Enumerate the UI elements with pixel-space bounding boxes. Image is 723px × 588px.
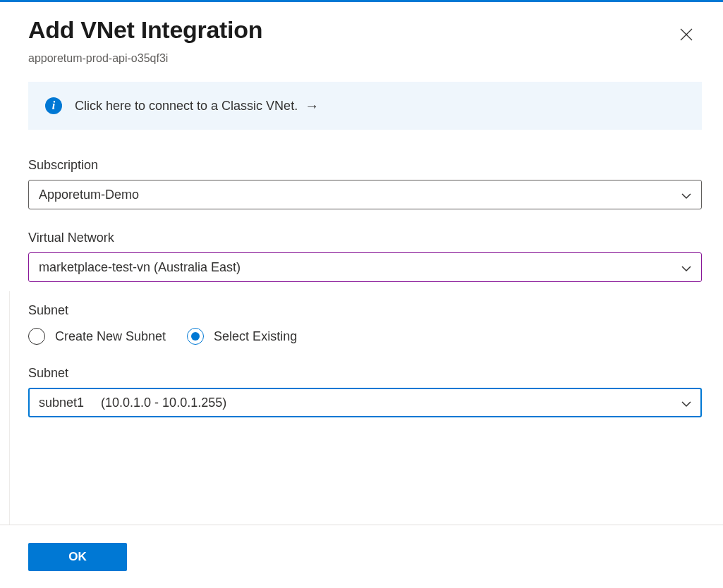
classic-vnet-banner[interactable]: i Click here to connect to a Classic VNe…	[28, 82, 702, 130]
panel-header: Add VNet Integration	[28, 16, 702, 49]
info-icon: i	[45, 97, 62, 114]
chevron-down-icon	[681, 262, 691, 272]
radio-circle-checked	[187, 328, 204, 345]
chevron-down-icon	[681, 398, 691, 408]
radio-create-label: Create New Subnet	[55, 329, 166, 344]
close-button[interactable]	[674, 22, 699, 49]
close-icon	[679, 27, 693, 42]
subscription-label: Subscription	[28, 158, 702, 173]
chevron-down-icon	[681, 190, 691, 200]
panel-subtitle: apporetum-prod-api-o35qf3i	[28, 52, 702, 65]
subscription-field: Subscription Apporetum-Demo	[28, 158, 702, 209]
subscription-select[interactable]: Apporetum-Demo	[28, 180, 702, 209]
banner-text: Click here to connect to a Classic VNet.	[75, 99, 298, 114]
radio-select-existing[interactable]: Select Existing	[187, 328, 297, 345]
panel-footer: OK	[0, 525, 723, 588]
radio-existing-label: Select Existing	[214, 329, 297, 344]
ok-button[interactable]: OK	[28, 543, 127, 571]
vnet-label: Virtual Network	[28, 231, 702, 245]
subnet-name: subnet1	[39, 396, 84, 410]
subnet-value-wrap: subnet1 (10.0.1.0 - 10.0.1.255)	[39, 396, 226, 410]
subnet-select[interactable]: subnet1 (10.0.1.0 - 10.0.1.255)	[28, 388, 702, 417]
vnet-integration-panel: Add VNet Integration apporetum-prod-api-…	[0, 2, 723, 525]
vnet-select[interactable]: marketplace-test-vn (Australia East)	[28, 252, 702, 282]
banner-text-wrap: Click here to connect to a Classic VNet.…	[75, 98, 319, 114]
subscription-value: Apporetum-Demo	[39, 188, 139, 202]
radio-circle-unchecked	[28, 328, 45, 345]
radio-create-new[interactable]: Create New Subnet	[28, 328, 166, 345]
vnet-value: marketplace-test-vn (Australia East)	[39, 260, 241, 275]
subnet-mode-field: Subnet Create New Subnet Select Existing	[28, 303, 702, 345]
subnet-label: Subnet	[28, 366, 702, 381]
panel-title: Add VNet Integration	[28, 16, 262, 44]
subnet-field: Subnet subnet1 (10.0.1.0 - 10.0.1.255)	[28, 366, 702, 417]
vnet-field: Virtual Network marketplace-test-vn (Aus…	[28, 231, 702, 282]
arrow-right-icon: →	[305, 98, 319, 114]
subnet-mode-radio-group: Create New Subnet Select Existing	[28, 328, 702, 345]
subnet-mode-label: Subnet	[28, 303, 702, 318]
radio-dot-icon	[191, 332, 200, 341]
subnet-range: (10.0.1.0 - 10.0.1.255)	[101, 396, 226, 410]
